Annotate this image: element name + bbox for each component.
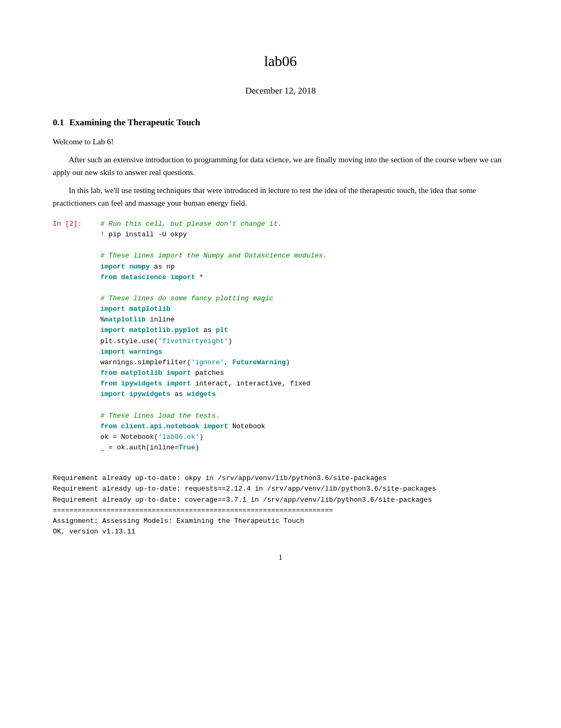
code-line-comment4: # These lines load the tests. <box>100 411 508 421</box>
paragraph-2: In this lab, we'll use testing technique… <box>53 184 508 209</box>
code-line-mpl-inline: %matplotlib inline <box>100 315 508 325</box>
code-line-comment2: # These lines import the Numpy and Datas… <box>100 251 508 261</box>
code-line-style: plt.style.use('fivethirtyeight') <box>100 336 508 347</box>
code-line-datascience: from datascience import * <box>100 272 508 283</box>
code-line-blank2 <box>100 283 508 293</box>
code-line-pip: ! pip install -U okpy <box>100 229 508 240</box>
page-date: December 12, 2018 <box>53 86 508 96</box>
code-line-comment3: # These lines do some fancy plotting mag… <box>100 293 508 304</box>
code-line-blank1 <box>100 240 508 251</box>
code-line-numpy: import numpy as np <box>100 262 508 272</box>
code-line-ok: ok = Notebook('lab06.ok') <box>100 432 508 443</box>
section-title: Examining the Therapeutic Touch <box>69 117 200 127</box>
output-assign1: Assignment: Assessing Models: Examining … <box>53 517 304 525</box>
code-line-client: from client.api.notebook import Notebook <box>100 421 508 432</box>
code-label: In [2]: <box>53 219 100 453</box>
code-line-blank3 <box>100 400 508 410</box>
code-content: # Run this cell, but please don't change… <box>100 219 508 453</box>
code-line-matplotlib: import matplotlib <box>100 304 508 315</box>
code-cell: In [2]: # Run this cell, but please don'… <box>53 219 508 453</box>
section-number: 0.1 <box>53 117 64 127</box>
code-line-ipywidgets: from ipywidgets import interact, interac… <box>100 379 508 389</box>
welcome-text: Welcome to Lab 6! <box>53 135 508 148</box>
output-block: Requirement already up-to-date: okpy in … <box>53 463 508 537</box>
page-title: lab06 <box>53 53 508 70</box>
code-line-simplefilter: warnings.simplefilter('ignore', FutureWa… <box>100 357 508 368</box>
output-divider: ========================================… <box>53 506 333 514</box>
code-line-widgets: import ipywidgets as widgets <box>100 389 508 400</box>
section-heading: 0.1Examining the Therapeutic Touch <box>53 117 508 128</box>
code-line-auth: _ = ok.auth(inline=True) <box>100 443 508 453</box>
page-number: 1 <box>53 553 508 562</box>
output-line-1: Requirement already up-to-date: okpy in … <box>53 474 387 482</box>
output-line-3: Requirement already up-to-date: coverage… <box>53 496 432 504</box>
code-line-warnings: import warnings <box>100 347 508 357</box>
output-line-2: Requirement already up-to-date: requests… <box>53 485 436 493</box>
code-line-patches: from matplotlib import patches <box>100 368 508 379</box>
paragraph-1: After such an extensive introduction to … <box>53 153 508 179</box>
code-line-pyplot: import matplotlib.pyplot as plt <box>100 325 508 336</box>
output-assign2: OK, version v1.13.11 <box>53 528 135 536</box>
code-line-comment1: # Run this cell, but please don't change… <box>100 219 508 229</box>
